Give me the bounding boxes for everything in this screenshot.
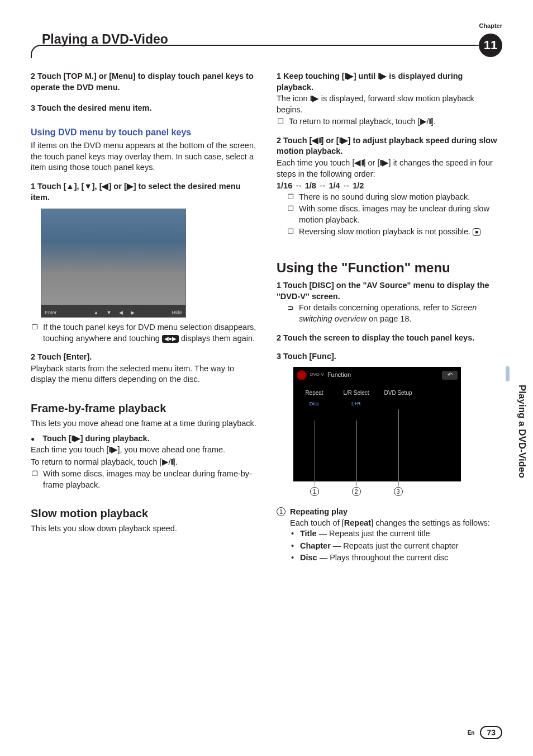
dvd-setup-button: DVD Setup — [377, 389, 419, 397]
title-bar: Playing a DVD-Video 11 — [31, 34, 502, 49]
body-text: This lets you move ahead one frame at a … — [31, 418, 257, 429]
callout-number-1: 1 — [277, 507, 285, 516]
body-text: This lets you slow down playback speed. — [31, 523, 257, 535]
step-heading: 3 Touch [Func]. — [277, 351, 500, 362]
step-heading: 1 Touch [▲], [▼], [◀] or [▶] to select t… — [31, 181, 257, 203]
right-column: 1 Keep touching [II▶] until II▶ is displ… — [277, 71, 500, 565]
pointer-item: For details concerning operations, refer… — [299, 303, 500, 324]
note-list: If the touch panel keys for DVD menu sel… — [31, 322, 257, 344]
down-icon: ▼ — [107, 309, 112, 316]
back-icon: ↶ — [442, 371, 458, 380]
body-text: If items on the DVD menu appears at the … — [31, 140, 257, 173]
bullet-item: Disc — Plays throughout the current disc — [300, 552, 500, 564]
pointer-list: For details concerning operations, refer… — [277, 303, 500, 324]
chapter-label: Chapter — [479, 22, 502, 29]
note-item: Reversing slow motion playback is not po… — [299, 226, 500, 238]
note-list: There is no sound during slow motion pla… — [277, 192, 500, 238]
dvdv-label: DVD-V — [310, 372, 324, 378]
section-title: Using the "Function" menu — [277, 259, 500, 277]
chapter-number-badge: 11 — [479, 34, 502, 57]
lr-select-button: L/R Select — [335, 389, 377, 397]
right-icon: ▶ — [131, 309, 135, 316]
speed-steps: 1/16 ↔ 1/8 ↔ 1/4 ↔ 1/2 — [277, 181, 500, 192]
note-item: If the touch panel keys for DVD menu sel… — [43, 322, 257, 344]
lang-label: En — [468, 730, 475, 736]
bullet-item: Title — Repeats just the current title — [300, 528, 500, 540]
touch-controls-icon: ◀●▶ — [162, 335, 179, 343]
dvd-menu-screenshot: Enter ▲ ▼ ◀ ▶ Hide — [41, 209, 186, 318]
stop-icon: ■ — [473, 228, 480, 236]
step-heading: 3 Touch the desired menu item. — [31, 103, 257, 114]
disc-icon — [297, 370, 307, 380]
step-heading: 2 Touch [TOP M.] or [Menu] to display to… — [31, 71, 257, 93]
note-list: With some discs, images may be unclear d… — [31, 469, 257, 490]
bullet-item: Chapter — Repeats just the current chapt… — [300, 541, 500, 552]
body-text: Each time you touch [◀II] or [II▶] it ch… — [277, 158, 500, 179]
callout-3: 3 — [394, 487, 403, 496]
up-icon: ▲ — [94, 309, 99, 316]
bullet-heading: Touch [II▶] during playback. — [31, 433, 257, 445]
callout-item: 1 Repeating play Each touch of [Repeat] … — [277, 507, 500, 564]
sub-heading: Using DVD menu by touch panel keys — [31, 126, 257, 139]
body-text: Each time you touch [II▶], you move ahea… — [31, 445, 257, 456]
body-text: Playback starts from the selected menu i… — [31, 363, 257, 385]
step-heading: 1 Touch [DISC] on the "AV Source" menu t… — [277, 280, 500, 302]
note-list: To return to normal playback, touch [▶/I… — [277, 116, 500, 127]
hide-button-label: Hide — [172, 309, 182, 316]
page-number: 73 — [480, 726, 502, 739]
note-item: To return to normal playback, touch [▶/I… — [289, 116, 500, 127]
lr-value: L+R — [335, 400, 377, 407]
callout-title: Repeating play — [290, 507, 348, 516]
left-column: 2 Touch [TOP M.] or [Menu] to display to… — [31, 71, 257, 565]
bullet-list: Title — Repeats just the current title C… — [290, 528, 500, 564]
note-item: There is no sound during slow motion pla… — [299, 192, 500, 203]
function-label: Function — [327, 371, 351, 379]
note-item: With some discs, images may be unclear d… — [299, 204, 500, 225]
step-heading: 1 Keep touching [II▶] until II▶ is displ… — [277, 71, 500, 93]
side-tab-indicator — [506, 366, 510, 381]
body-text: The icon II▶ is displayed, forward slow … — [277, 93, 500, 115]
page-footer: En 73 — [468, 726, 502, 739]
repeat-button: Repeat — [293, 389, 335, 397]
side-tab: Playing a DVD-Video — [516, 385, 527, 478]
body-text: To return to normal playback, touch [▶/I… — [31, 457, 257, 468]
callout-2: 2 — [352, 487, 361, 496]
repeat-value: Disc — [293, 400, 335, 407]
slow-motion-icon: II — [378, 72, 380, 81]
step-heading: 2 Touch the screen to display the touch … — [277, 333, 500, 344]
callout-body: Each touch of [Repeat] changes the setti… — [290, 518, 500, 529]
left-icon: ◀ — [119, 309, 123, 316]
step-heading: 2 Touch [Enter]. — [31, 352, 257, 363]
section-title: Slow motion playback — [31, 506, 257, 521]
function-menu-screenshot: DVD-V Function ↶ Repeat L/R Select DVD S… — [293, 367, 461, 481]
section-title: Frame-by-frame playback — [31, 401, 257, 416]
step-heading: 2 Touch [◀II] or [II▶] to adjust playbac… — [277, 135, 500, 157]
callout-1: 1 — [310, 487, 319, 496]
enter-button-label: Enter — [45, 309, 57, 316]
note-item: With some discs, images may be unclear d… — [43, 469, 257, 490]
